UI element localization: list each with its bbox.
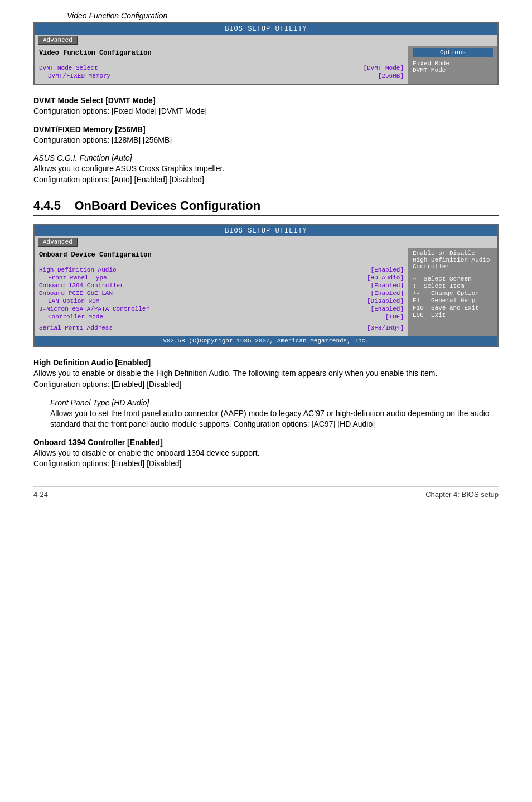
dvmt-fixed-desc: DVMT/FIXED Memory [256MB] Configuration … bbox=[33, 125, 499, 146]
dvmt-mode-desc-text: Configuration options: [Fixed Mode] [DVM… bbox=[33, 106, 499, 117]
options-title: Options bbox=[413, 48, 493, 57]
front-panel-desc: Front Panel Type [HD Audio] Allows you t… bbox=[50, 398, 499, 430]
front-panel-desc-text: Allows you to set the front panel audio … bbox=[50, 408, 499, 430]
hda-label: High Definition Audio bbox=[39, 267, 117, 273]
bios-sidebar-onboard: Enable or Disable High Definition Audio … bbox=[408, 248, 497, 336]
hda-value: [Enabled] bbox=[371, 267, 404, 273]
option-dvmt-mode: DVMT Mode bbox=[413, 67, 493, 74]
front-panel-value: [HD Audio] bbox=[367, 274, 404, 281]
serial-port-label: Serial Port1 Address bbox=[39, 325, 113, 331]
controller-mode-label: Controller Mode bbox=[48, 313, 103, 320]
hda-section-text: Allows you to enable or disable the High… bbox=[33, 368, 499, 379]
onboard-pcie-row[interactable]: Onboard PCIE GbE LAN [Enabled] bbox=[39, 290, 404, 297]
bios-sidebar-video: Options Fixed Mode DVMT Mode bbox=[408, 46, 497, 84]
key-f1: F1 General Help bbox=[413, 297, 493, 304]
controller-mode-value: [IDE] bbox=[385, 313, 404, 320]
asus-func-options: Configuration options: [Auto] [Enabled] … bbox=[33, 175, 499, 186]
front-panel-row[interactable]: Front Panel Type [HD Audio] bbox=[39, 274, 404, 281]
bios-header-video: BIOS SETUP UTILITY bbox=[35, 23, 497, 35]
onboard-section-title: Onboard Device Configuraiton bbox=[39, 251, 404, 259]
bios-body-video: Video Function Configuration DVMT Mode S… bbox=[35, 46, 497, 84]
onboard-1394-value: [Enabled] bbox=[371, 282, 404, 289]
bios-screen-onboard: BIOS SETUP UTILITY Advanced Onboard Devi… bbox=[33, 224, 499, 347]
asus-func-desc: ASUS C.G.I. Function [Auto] Allows you t… bbox=[33, 153, 499, 185]
advanced-tab-onboard[interactable]: Advanced bbox=[38, 238, 78, 247]
jmicron-row[interactable]: J-Micron eSATA/PATA Controller [Enabled] bbox=[39, 306, 404, 312]
onboard-1394-section-options: Configuration options: [Enabled] [Disabl… bbox=[33, 458, 499, 470]
lan-option-value: [Disabled] bbox=[367, 298, 404, 305]
option-fixed-mode: Fixed Mode bbox=[413, 60, 493, 67]
dvmt-fixed-row[interactable]: DVMT/FIXED Memory [256MB] bbox=[39, 73, 404, 79]
asus-func-text: Allows you to configure ASUS Cross Graph… bbox=[33, 163, 499, 175]
bios-footer: v02.58 (C)Copyright 1985-2007, American … bbox=[35, 336, 497, 346]
onboard-sidebar-info: Enable or Disable High Definition Audio … bbox=[413, 250, 493, 270]
dvmt-fixed-desc-title: DVMT/FIXED Memory [256MB] bbox=[33, 125, 499, 134]
hda-section-options: Configuration options: [Enabled] [Disabl… bbox=[33, 379, 499, 390]
footer-left: 4-24 bbox=[33, 490, 48, 499]
lan-option-label: LAN Option ROM bbox=[48, 298, 99, 305]
bios-body-onboard: Onboard Device Configuraiton High Defini… bbox=[35, 248, 497, 336]
front-panel-italic-title: Front Panel Type [HD Audio] bbox=[50, 398, 499, 407]
serial-port-value: [3F8/IRQ4] bbox=[367, 325, 404, 331]
key-f10: F10 Save and Exit bbox=[413, 305, 493, 311]
serial-port-row[interactable]: Serial Port1 Address [3F8/IRQ4] bbox=[39, 325, 404, 331]
footer-right: Chapter 4: BIOS setup bbox=[425, 490, 499, 499]
controller-mode-row[interactable]: Controller Mode [IDE] bbox=[39, 313, 404, 320]
page-footer: 4-24 Chapter 4: BIOS setup bbox=[33, 486, 499, 499]
video-section-title: Video Function Configuration bbox=[39, 49, 404, 57]
bios-main-onboard: Onboard Device Configuraiton High Defini… bbox=[35, 248, 408, 336]
key-esc: ESC Exit bbox=[413, 312, 493, 318]
dvmt-fixed-desc-text: Configuration options: [128MB] [256MB] bbox=[33, 135, 499, 146]
onboard-1394-section-title: Onboard 1394 Controller [Enabled] bbox=[33, 438, 499, 447]
hda-row[interactable]: High Definition Audio [Enabled] bbox=[39, 267, 404, 273]
hda-section-title: High Definition Audio [Enabled] bbox=[33, 358, 499, 367]
onboard-1394-section-text: Allows you to disable or enable the onbo… bbox=[33, 448, 499, 459]
video-options: Fixed Mode DVMT Mode bbox=[413, 60, 493, 74]
advanced-tab-video[interactable]: Advanced bbox=[38, 36, 78, 45]
onboard-1394-row[interactable]: Onboard 1394 Controller [Enabled] bbox=[39, 282, 404, 289]
key-select-screen: ↔ Select Screen bbox=[413, 276, 493, 282]
bios-tab-row-video: Advanced bbox=[35, 35, 497, 46]
onboard-devices-heading: 4.4.5 OnBoard Devices Configuration bbox=[33, 199, 499, 216]
front-panel-label: Front Panel Type bbox=[48, 274, 107, 281]
jmicron-value: [Enabled] bbox=[371, 306, 404, 312]
onboard-1394-label: Onboard 1394 Controller bbox=[39, 282, 124, 289]
arrows-icon: ↔ bbox=[413, 276, 417, 282]
dvmt-mode-label: DVMT Mode Select bbox=[39, 65, 98, 71]
section-title: OnBoard Devices Configuration bbox=[74, 199, 260, 212]
bios-main-video: Video Function Configuration DVMT Mode S… bbox=[35, 46, 408, 84]
video-screen-title: Video Function Configuration bbox=[67, 11, 499, 20]
asus-func-title: ASUS C.G.I. Function [Auto] bbox=[33, 153, 499, 162]
key-select-item: ↕ Select Item bbox=[413, 283, 493, 289]
jmicron-label: J-Micron eSATA/PATA Controller bbox=[39, 306, 149, 312]
lan-option-row[interactable]: LAN Option ROM [Disabled] bbox=[39, 298, 404, 305]
dvmt-mode-value: [DVMT Mode] bbox=[363, 65, 404, 71]
key-change-option: +- Change Option bbox=[413, 290, 493, 297]
bios-keys: ↔ Select Screen ↕ Select Item +- Change … bbox=[413, 276, 493, 318]
dvmt-fixed-label: DVMT/FIXED Memory bbox=[48, 73, 110, 79]
updown-icon: ↕ bbox=[413, 283, 417, 289]
dvmt-mode-desc-title: DVMT Mode Select [DVMT Mode] bbox=[33, 96, 499, 105]
section-num: 4.4.5 bbox=[33, 199, 61, 212]
dvmt-mode-desc: DVMT Mode Select [DVMT Mode] Configurati… bbox=[33, 96, 499, 117]
dvmt-mode-row[interactable]: DVMT Mode Select [DVMT Mode] bbox=[39, 65, 404, 71]
onboard-pcie-label: Onboard PCIE GbE LAN bbox=[39, 290, 113, 297]
bios-header-onboard: BIOS SETUP UTILITY bbox=[35, 225, 497, 236]
onboard-pcie-value: [Enabled] bbox=[371, 290, 404, 297]
onboard-1394-desc: Onboard 1394 Controller [Enabled] Allows… bbox=[33, 438, 499, 470]
bios-tab-row-onboard: Advanced bbox=[35, 236, 497, 248]
hda-desc: High Definition Audio [Enabled] Allows y… bbox=[33, 358, 499, 390]
bios-screen-video: BIOS SETUP UTILITY Advanced Video Functi… bbox=[33, 22, 499, 85]
dvmt-fixed-value: [256MB] bbox=[378, 73, 404, 79]
